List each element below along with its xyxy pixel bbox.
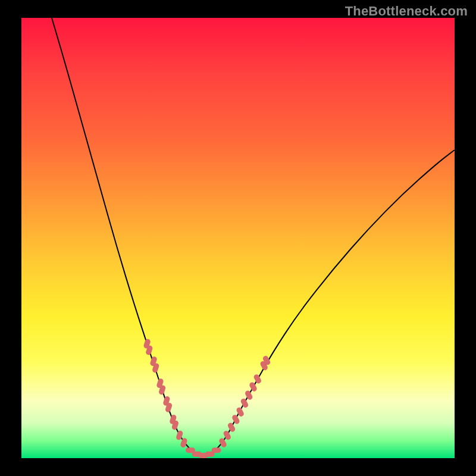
chart-svg (21, 18, 455, 458)
curve-marker (253, 374, 262, 384)
curve-marker (244, 390, 253, 400)
watermark-text: TheBottleneck.com (345, 4, 468, 19)
curve-marker (240, 397, 249, 408)
marker-group (143, 339, 271, 458)
plot-area (21, 18, 455, 458)
curve-marker (227, 422, 236, 433)
curve-marker (249, 381, 258, 392)
curve-marker (212, 447, 221, 453)
chart-frame: TheBottleneck.com (0, 0, 476, 476)
curve-marker (180, 437, 188, 448)
curve-marker (231, 414, 240, 425)
